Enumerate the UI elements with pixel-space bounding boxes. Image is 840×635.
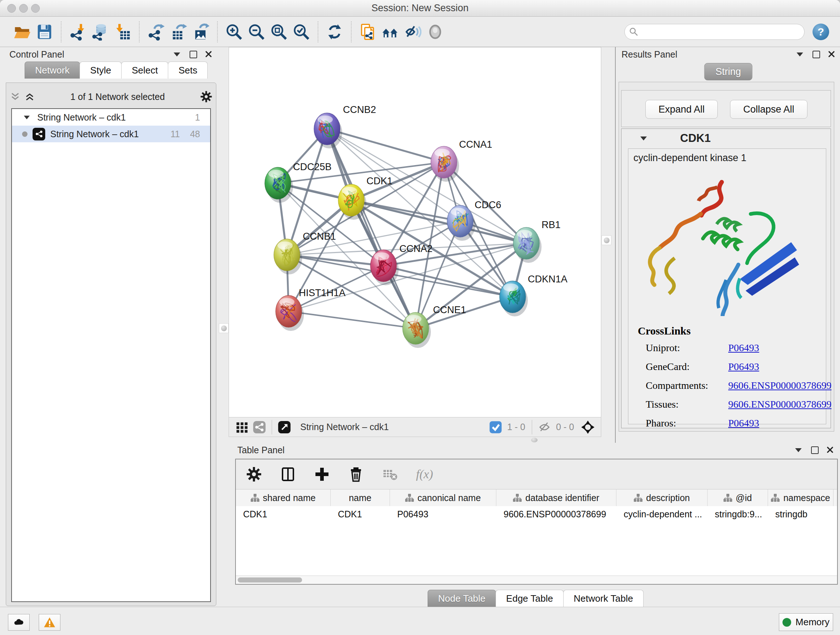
- table-row[interactable]: CDK1CDK1P064939606.ENSP00000378699cyclin…: [236, 506, 837, 522]
- network-canvas[interactable]: CCNB2CCNA1CDC25BCDK1CDC6RB1CCNB1CCNA2CDK…: [229, 48, 601, 417]
- network-row[interactable]: String Network – cdk1 11 48: [12, 126, 210, 142]
- selected-checkbox[interactable]: [487, 419, 504, 435]
- tab-edge-table[interactable]: Edge Table: [496, 590, 564, 607]
- add-column-icon[interactable]: [314, 466, 330, 482]
- search-input[interactable]: [641, 27, 800, 37]
- tab-sets[interactable]: Sets: [168, 62, 208, 79]
- crosslink-value-link[interactable]: 9606.ENSP00000378699: [728, 399, 831, 410]
- float-panel-icon[interactable]: [189, 51, 197, 58]
- import-network-from-database-button[interactable]: [89, 21, 111, 43]
- export-image-button[interactable]: [189, 21, 212, 43]
- table-cell[interactable]: P06493: [390, 509, 496, 519]
- network-view[interactable]: CCNB2CCNA1CDC25BCDK1CDC6RB1CCNB1CCNA2CDK…: [229, 47, 601, 417]
- node-CCNA1[interactable]: CCNA1: [431, 139, 493, 182]
- birdseye-button[interactable]: [579, 419, 597, 435]
- tab-select[interactable]: Select: [121, 62, 168, 79]
- grid-view-button[interactable]: [233, 419, 251, 435]
- open-session-button[interactable]: [11, 21, 33, 43]
- column-header-name[interactable]: name: [331, 489, 390, 506]
- network-collection-row[interactable]: String Network – cdk1 1: [12, 109, 210, 126]
- column-header--id[interactable]: @id: [707, 489, 768, 506]
- table-cell[interactable]: CDK1: [236, 509, 331, 519]
- scrollbar-thumb[interactable]: [238, 578, 302, 583]
- expand-all-icon[interactable]: [24, 91, 35, 102]
- apply-layout-button[interactable]: [324, 21, 346, 43]
- node-CDKN1A[interactable]: CDKN1A: [500, 274, 568, 317]
- crosslink-value-link[interactable]: P06493: [728, 361, 759, 372]
- panel-menu-icon[interactable]: [797, 52, 803, 57]
- show-columns-icon[interactable]: [280, 466, 296, 482]
- import-table-from-file-button[interactable]: [111, 21, 134, 43]
- float-panel-icon[interactable]: [811, 447, 819, 454]
- zoom-out-button[interactable]: [245, 21, 268, 43]
- help-button[interactable]: ?: [813, 24, 829, 40]
- zoom-in-button[interactable]: [223, 21, 245, 43]
- edge[interactable]: [327, 129, 416, 328]
- crosslink-value-link[interactable]: P06493: [728, 417, 759, 429]
- close-panel-icon[interactable]: [205, 49, 212, 60]
- column-header-description[interactable]: description: [616, 489, 707, 506]
- zoom-selected-button[interactable]: [290, 21, 313, 43]
- zoom-fit-icon: [270, 23, 287, 41]
- gear-icon[interactable]: [200, 90, 212, 103]
- gear-icon[interactable]: [246, 466, 262, 482]
- node-HIST1H1A[interactable]: HIST1H1A: [276, 287, 346, 331]
- export-network-button[interactable]: [145, 21, 167, 43]
- table-cell[interactable]: CDK1: [331, 509, 390, 519]
- collection-expand-icon[interactable]: [24, 116, 30, 119]
- node-CCNE1[interactable]: CCNE1: [403, 304, 466, 348]
- memory-button[interactable]: Memory: [779, 613, 833, 631]
- collapse-all-icon[interactable]: [10, 91, 21, 102]
- tab-network-table[interactable]: Network Table: [563, 590, 644, 607]
- close-panel-icon[interactable]: [827, 445, 834, 455]
- edge[interactable]: [289, 311, 416, 328]
- detach-view-button[interactable]: [276, 419, 293, 435]
- close-panel-icon[interactable]: [828, 49, 835, 60]
- table-cell[interactable]: stringdb:9...: [707, 509, 768, 519]
- warnings-button[interactable]: [39, 614, 60, 631]
- horizontal-scrollbar[interactable]: [236, 576, 837, 584]
- table-cell[interactable]: stringdb: [768, 509, 834, 519]
- crosslink-row: Uniprot:P06493: [638, 342, 831, 354]
- left-splitter-handle[interactable]: [219, 323, 229, 333]
- function-builder-button[interactable]: f(x): [416, 467, 433, 481]
- copy-style-button[interactable]: [357, 21, 379, 43]
- node-CDC25B[interactable]: CDC25B: [265, 162, 332, 203]
- entry-collapse-icon[interactable]: [640, 136, 647, 141]
- table-cell[interactable]: 9606.ENSP00000378699: [496, 509, 616, 519]
- crosslink-value-link[interactable]: P06493: [728, 342, 759, 354]
- search-box[interactable]: [624, 24, 805, 40]
- float-panel-icon[interactable]: [813, 51, 820, 58]
- hidden-toggle[interactable]: [536, 419, 553, 435]
- show-all-networks-button[interactable]: [379, 21, 401, 43]
- import-network-from-file-button[interactable]: [66, 21, 89, 43]
- network-overview-button[interactable]: [251, 419, 268, 435]
- zoom-fit-button[interactable]: [268, 21, 290, 43]
- network-selection-summary: 1 of 1 Network selected: [35, 92, 200, 102]
- edge[interactable]: [327, 129, 444, 162]
- column-header-shared-name[interactable]: shared name: [236, 489, 331, 506]
- show-hidden-button[interactable]: [424, 21, 447, 43]
- tab-node-table[interactable]: Node Table: [428, 590, 496, 607]
- hide-selected-button[interactable]: [401, 21, 424, 43]
- column-header-database-identifier[interactable]: database identifier: [496, 489, 616, 506]
- bottom-splitter-handle[interactable]: [531, 438, 538, 442]
- panel-menu-icon[interactable]: [174, 52, 180, 57]
- cloud-status-button[interactable]: [8, 614, 30, 631]
- table-cell[interactable]: cyclin-dependent ...: [616, 509, 707, 519]
- right-splitter-handle[interactable]: [602, 235, 611, 245]
- crosslink-value-link[interactable]: 9606.ENSP00000378699: [728, 380, 831, 391]
- column-header-canonical-name[interactable]: canonical name: [390, 489, 496, 506]
- collapse-all-button[interactable]: Collapse All: [730, 100, 807, 119]
- export-table-button[interactable]: [167, 21, 189, 43]
- tab-string[interactable]: String: [704, 63, 752, 80]
- delete-column-icon[interactable]: [348, 466, 364, 482]
- tab-style[interactable]: Style: [80, 62, 122, 79]
- node-RB1[interactable]: RB1: [513, 219, 561, 263]
- delete-table-icon[interactable]: [382, 466, 398, 482]
- column-header-namespace[interactable]: namespace: [768, 489, 834, 506]
- save-session-button[interactable]: [33, 21, 56, 43]
- tab-network[interactable]: Network: [25, 62, 80, 79]
- expand-all-button[interactable]: Expand All: [645, 100, 718, 119]
- panel-menu-icon[interactable]: [795, 448, 802, 452]
